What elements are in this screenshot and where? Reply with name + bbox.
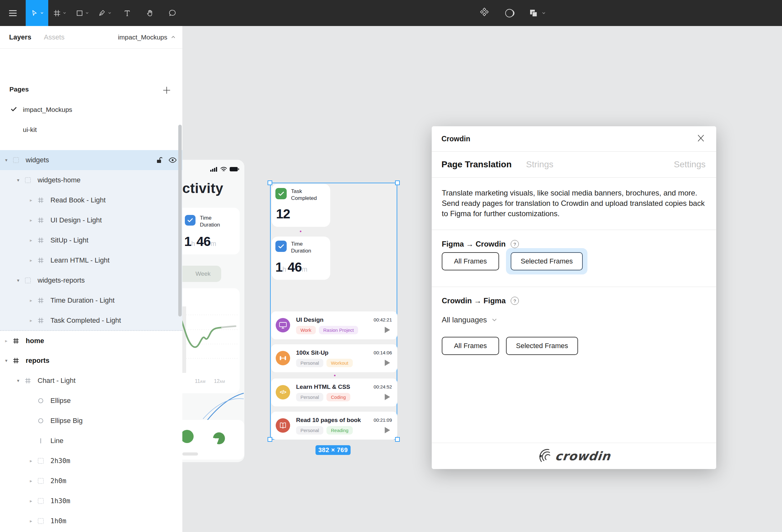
- layer-row-widgets[interactable]: ▾widgets: [0, 150, 182, 170]
- help-icon[interactable]: ?: [511, 297, 519, 305]
- expand-chevron-icon[interactable]: ▾: [14, 378, 22, 384]
- layer-row-widgets-home[interactable]: ▾widgets-home: [0, 170, 182, 190]
- layer-row-1h0m[interactable]: ▸1h0m: [0, 511, 182, 531]
- play-button[interactable]: [385, 360, 390, 366]
- selection-handle-bottom-right[interactable]: [395, 437, 400, 442]
- unlock-icon[interactable]: [156, 156, 163, 164]
- close-button[interactable]: [695, 132, 707, 145]
- task-card-read-10-pages-of-book[interactable]: Read 10 pages of book00:21:09PersonalRea…: [271, 412, 397, 439]
- boolean-tool-button[interactable]: [529, 8, 545, 18]
- expand-chevron-icon[interactable]: ▾: [14, 177, 22, 183]
- collapse-chevron-icon[interactable]: ▸: [27, 478, 35, 484]
- page-selector-label: impact_Mockups: [118, 34, 167, 41]
- selection-handle-top-right[interactable]: [395, 180, 400, 185]
- play-button[interactable]: [385, 394, 390, 400]
- task-card-100x-sit-up[interactable]: 100x Sit-Up00:14:06PersonalWorkout: [271, 344, 397, 372]
- layer-row-home[interactable]: ▸home: [0, 330, 182, 351]
- green-check-icon: [275, 188, 287, 199]
- layer-name: home: [26, 337, 44, 345]
- layer-row-line[interactable]: Line: [0, 431, 182, 451]
- move-tool-button[interactable]: [26, 0, 48, 26]
- check-icon: [11, 107, 20, 113]
- selection-handle-bottom-left[interactable]: [268, 437, 272, 442]
- tab-page-translation[interactable]: Page Translation: [441, 159, 511, 170]
- play-button[interactable]: [385, 327, 390, 333]
- page-selector[interactable]: impact_Mockups: [118, 34, 175, 41]
- layer-tree: ▾widgets ▾widgets-home▸Read Book - Light…: [0, 150, 182, 532]
- layer-row-1h30m[interactable]: ▸1h30m: [0, 491, 182, 511]
- main-menu-button[interactable]: [0, 0, 26, 26]
- layer-row-situp-light[interactable]: ▸SitUp - Light: [0, 230, 182, 250]
- collapse-chevron-icon[interactable]: ▸: [27, 298, 35, 303]
- tab-strings[interactable]: Strings: [526, 159, 553, 170]
- selection-handle-top-left[interactable]: [268, 180, 272, 185]
- tab-layers[interactable]: Layers: [9, 33, 31, 41]
- group-icon: [38, 498, 43, 504]
- expand-chevron-icon[interactable]: ▾: [14, 278, 22, 283]
- collapse-chevron-icon[interactable]: ▸: [27, 318, 35, 323]
- collapse-chevron-icon[interactable]: ▸: [27, 518, 35, 524]
- layer-row-ellipse-big[interactable]: Ellipse Big: [0, 411, 182, 431]
- component-tool-button[interactable]: [479, 7, 490, 19]
- collapse-chevron-icon[interactable]: ▸: [2, 338, 10, 344]
- layer-row-2h30m[interactable]: ▸2h30m: [0, 451, 182, 471]
- all-frames-button[interactable]: All Frames: [442, 337, 499, 355]
- pie-chart-card[interactable]: [182, 420, 244, 460]
- sidebar-scrollbar[interactable]: [178, 125, 182, 316]
- page-item-impact-mockups[interactable]: impact_Mockups: [0, 102, 182, 117]
- all-frames-button[interactable]: All Frames: [442, 252, 499, 271]
- language-selector[interactable]: All languages: [442, 316, 497, 324]
- selected-frames-button[interactable]: Selected Frames: [511, 252, 583, 271]
- play-button[interactable]: [385, 427, 390, 433]
- layer-row-read-book-light[interactable]: ▸Read Book - Light: [0, 190, 182, 210]
- comment-tool-button[interactable]: [161, 0, 184, 26]
- layer-row-ellipse[interactable]: Ellipse: [0, 391, 182, 411]
- task-card-ui-design[interactable]: UI Design00:42:21WorkRasion Project: [271, 312, 397, 339]
- time-duration-widget[interactable]: Time Duration 1h 46m: [272, 237, 330, 280]
- divider: [432, 229, 716, 230]
- selected-frames-button[interactable]: Selected Frames: [506, 337, 578, 355]
- layer-row-ui-design-light[interactable]: ▸UI Design - Light: [0, 210, 182, 230]
- layer-name: 1h0m: [50, 517, 66, 525]
- task-card-learn-html-css[interactable]: </>Learn HTML & CSS00:24:52PersonalCodin…: [271, 379, 397, 406]
- layer-row-task-completed-light[interactable]: ▸Task Completed - Light: [0, 311, 182, 330]
- layer-row-chart-light[interactable]: ▾Chart - Light: [0, 370, 182, 391]
- tab-settings[interactable]: Settings: [674, 159, 706, 170]
- frame-tool-button[interactable]: [48, 0, 71, 26]
- week-toggle[interactable]: Week: [182, 266, 221, 282]
- time-duration-widget[interactable]: Time Duration 1h 46m: [182, 208, 240, 254]
- mockup-widgets-home[interactable]: ctivity Time Duration 1h 46m Week: [182, 160, 244, 462]
- collapse-chevron-icon[interactable]: ▸: [27, 498, 35, 504]
- collapse-chevron-icon[interactable]: ▸: [27, 198, 35, 203]
- shape-tool-button[interactable]: [71, 0, 93, 26]
- ellipse-icon: [38, 398, 44, 404]
- visible-eye-icon[interactable]: [169, 157, 177, 163]
- layer-row-widgets-reports[interactable]: ▾widgets-reports: [0, 271, 182, 290]
- hand-tool-button[interactable]: [139, 0, 161, 26]
- task-completed-widget[interactable]: Task Completed 12: [272, 184, 330, 227]
- widget-label: Time Duration: [291, 241, 311, 254]
- selected-frame-widgets-reports[interactable]: Task Completed 12 Time Duration 1h: [270, 183, 397, 439]
- help-icon[interactable]: ?: [511, 240, 519, 248]
- chevron-down-icon: [542, 12, 545, 14]
- page-item-ui-kit[interactable]: ui-kit: [0, 122, 182, 137]
- mask-tool-button[interactable]: [504, 8, 514, 18]
- tag-workout: Workout: [326, 359, 353, 367]
- layer-row-learn-html-light[interactable]: ▸Learn HTML - Light: [0, 250, 182, 271]
- pen-tool-button[interactable]: [93, 0, 116, 26]
- layer-row-time-duration-light[interactable]: ▸Time Duration - Light: [0, 290, 182, 311]
- activity-chart-card[interactable]: 11AM 12AM: [182, 288, 240, 393]
- tab-assets[interactable]: Assets: [44, 33, 65, 41]
- collapse-chevron-icon[interactable]: ▸: [27, 217, 35, 223]
- collapse-chevron-icon[interactable]: ▸: [27, 257, 35, 263]
- layer-row-2h0m[interactable]: ▸2h0m: [0, 471, 182, 491]
- expand-chevron-icon[interactable]: ▾: [2, 157, 10, 163]
- green-circle: [182, 430, 193, 443]
- text-tool-button[interactable]: [116, 0, 139, 26]
- collapse-chevron-icon[interactable]: ▸: [27, 458, 35, 464]
- expand-chevron-icon[interactable]: ▾: [2, 358, 10, 363]
- layer-row-reports[interactable]: ▾reports: [0, 351, 182, 370]
- progress-bar: [182, 453, 198, 456]
- add-page-button[interactable]: [163, 86, 171, 96]
- collapse-chevron-icon[interactable]: ▸: [27, 238, 35, 243]
